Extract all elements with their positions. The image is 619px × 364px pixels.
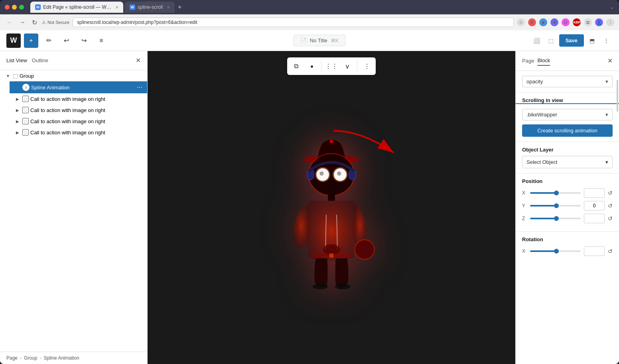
position-x-thumb[interactable] <box>554 191 559 195</box>
position-x-input[interactable] <box>584 188 605 198</box>
tab-close-icon[interactable]: ✕ <box>115 5 118 10</box>
right-panel-header: Page Block ✕ <box>516 51 619 71</box>
rotation-x-slider[interactable] <box>530 250 581 252</box>
style-button[interactable]: ● <box>305 59 319 73</box>
bikewrapper-dropdown-arrow-icon: ▾ <box>605 112 608 118</box>
expand-cta1-icon[interactable]: ▶ <box>14 96 21 102</box>
bookmark-icon[interactable]: ☆ <box>517 18 525 26</box>
position-y-thumb[interactable] <box>554 203 559 208</box>
security-badge: ⚠ Not Secure <box>42 20 69 25</box>
editor-toolbar: W + ✏ ↩ ↪ ≡ 📄 No Title ⌘K ⬜ ⬚ Save ⬒ ⋮ <box>0 30 619 51</box>
cta1-label: Call to action with image on right <box>30 96 142 102</box>
right-panel-close-button[interactable]: ✕ <box>607 57 613 65</box>
canvas-toolbar: ⧉ ● ⋮⋮ ∨ ⋮ <box>287 57 376 75</box>
redo-button[interactable]: ↪ <box>77 33 91 48</box>
y-axis-label: Y <box>522 203 527 209</box>
url-bar[interactable]: splinescroll.local/wp-admin/post.php?pos… <box>73 18 514 27</box>
rotation-x-reset-icon[interactable]: ↺ <box>608 248 613 254</box>
new-tab-button[interactable]: + <box>178 4 181 11</box>
position-z-reset-icon[interactable]: ↺ <box>608 215 613 222</box>
close-button[interactable] <box>5 5 10 10</box>
rotation-x-fill <box>530 250 556 252</box>
preview-icon[interactable]: ⬜ <box>530 34 543 47</box>
rotation-x-input[interactable] <box>584 246 605 256</box>
page-title: No Title <box>310 37 327 43</box>
tree-item-cta-2[interactable]: ▶ ⬚ Call to action with image on right <box>10 104 147 116</box>
expand-group-icon[interactable]: ▼ <box>5 73 11 79</box>
tab-page[interactable]: Page <box>522 56 534 65</box>
breadcrumb-group[interactable]: Group <box>24 355 37 361</box>
block-list-button[interactable]: ≡ <box>94 33 108 48</box>
canvas-more-button[interactable]: ⋮ <box>360 59 374 73</box>
tree-item-cta-1[interactable]: ▶ ⬚ Call to action with image on right <box>10 93 147 104</box>
profile-icon[interactable]: 👤 <box>595 18 603 26</box>
sidebar-toggle-icon[interactable]: ⬒ <box>585 34 598 47</box>
extension-icon-4[interactable]: U <box>562 18 570 26</box>
position-y-input[interactable] <box>584 201 605 211</box>
select-object-dropdown[interactable]: Select Object ▾ <box>522 156 613 168</box>
chevron-button[interactable]: ∨ <box>340 59 355 73</box>
forward-button[interactable]: → <box>18 17 27 28</box>
breadcrumb-page[interactable]: Page <box>6 355 18 361</box>
more-options-button[interactable]: ⋮ <box>600 34 613 47</box>
expand-cta2-icon[interactable]: ▶ <box>14 107 21 113</box>
tree-item-cta-4[interactable]: ▶ ⬚ Call to action with image on right <box>10 127 147 138</box>
extension-icon-2[interactable]: ● <box>539 18 547 26</box>
rotation-x-row: X ↺ <box>522 246 613 256</box>
maximize-button[interactable] <box>19 5 24 10</box>
position-x-slider[interactable] <box>530 192 581 194</box>
position-z-input[interactable] <box>584 214 605 223</box>
back-button[interactable]: ← <box>5 17 14 28</box>
panel-close-button[interactable]: ✕ <box>136 57 141 64</box>
extension-icon-3[interactable]: ✦ <box>550 18 558 26</box>
position-z-row: Z ↺ <box>522 214 613 223</box>
add-block-button[interactable]: + <box>24 33 38 48</box>
spline-more-icon[interactable]: ⋯ <box>137 84 142 91</box>
position-z-slider[interactable] <box>530 218 581 219</box>
tab-spline-scroll[interactable]: W spline-scroll ✕ <box>125 2 175 13</box>
position-z-thumb[interactable] <box>554 216 559 221</box>
wordpress-favicon: W <box>35 4 41 10</box>
more-options-icon[interactable]: ⋮ <box>606 18 614 26</box>
tab-edit-page[interactable]: W Edit Page « spline-scroll — W… ✕ <box>30 2 123 13</box>
page-title-display[interactable]: 📄 No Title ⌘K <box>294 35 345 46</box>
duplicate-button[interactable]: ⧉ <box>289 59 303 73</box>
svg-rect-11 <box>328 194 335 201</box>
view-external-icon[interactable]: ⬚ <box>545 34 558 47</box>
tree-item-spline-animation[interactable]: S Spline Animation ⋯ <box>10 81 147 93</box>
spline-block-icon: S <box>22 84 30 91</box>
move-handle-button[interactable]: ⋮⋮ <box>324 59 339 73</box>
position-y-reset-icon[interactable]: ↺ <box>608 203 613 209</box>
cta4-block-icon: ⬚ <box>22 129 29 136</box>
tree-item-group[interactable]: ▼ ⬚ Group <box>0 70 147 81</box>
minimize-button[interactable] <box>12 5 17 10</box>
panel-header: List View Outline ✕ <box>0 51 147 70</box>
opacity-dropdown[interactable]: opacity ▾ <box>522 76 613 87</box>
svg-point-16 <box>313 283 328 289</box>
extension-icon-5[interactable]: ABP <box>573 18 581 26</box>
expand-cta4-icon[interactable]: ▶ <box>14 129 21 136</box>
extension-icon-1[interactable]: R <box>528 18 536 26</box>
position-y-slider[interactable] <box>530 205 581 207</box>
save-button[interactable]: Save <box>559 34 584 47</box>
breadcrumb-spline[interactable]: Spline Animation <box>43 355 79 361</box>
reload-button[interactable]: ↻ <box>30 17 39 28</box>
rotation-x-thumb[interactable] <box>554 249 559 254</box>
position-x-reset-icon[interactable]: ↺ <box>608 190 613 196</box>
bikewrapper-dropdown[interactable]: .bikeWrapper ▾ <box>522 109 613 120</box>
scrollbar-thumb[interactable] <box>617 80 618 112</box>
tab-outline[interactable]: Outline <box>32 56 48 65</box>
canvas-toolbar-separator-2 <box>357 61 357 72</box>
tab-close-icon-2[interactable]: ✕ <box>167 5 170 10</box>
undo-button[interactable]: ↩ <box>59 33 73 48</box>
extension-icon-6[interactable]: ⧉ <box>584 18 592 26</box>
tab-list-view[interactable]: List View <box>6 56 27 65</box>
create-scrolling-animation-button[interactable]: Create scrolling animation <box>522 124 613 137</box>
tree-item-cta-3[interactable]: ▶ ⬚ Call to action with image on right <box>10 116 147 127</box>
toolbar-right: ⬜ ⬚ Save ⬒ ⋮ <box>530 34 613 47</box>
tools-button[interactable]: ✏ <box>41 33 56 48</box>
bikewrapper-label: .bikeWrapper <box>526 112 557 118</box>
expand-cta3-icon[interactable]: ▶ <box>14 118 21 124</box>
tab-block[interactable]: Block <box>537 56 550 66</box>
chevron-down-icon[interactable]: ⌄ <box>610 4 614 10</box>
